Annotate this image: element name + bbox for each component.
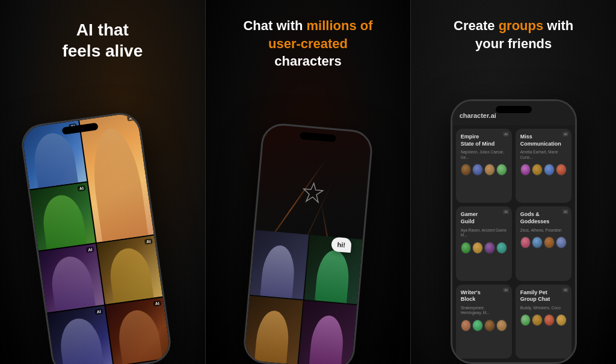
p2-card-1 [250,230,309,300]
phone-1: AI AI AI AI AI [19,110,174,364]
avatar [461,319,472,332]
group-title: Gods &Goddesses [520,211,567,225]
ai-badge: AI [503,288,508,292]
group-subtitle: Buddy, Whiskers, Coco [520,306,567,310]
group-subtitle: Shakespeare, Hemingway, M... [461,306,507,316]
group-miss-communication: AI MissCommunication Amelia Earhart, Mar… [516,129,571,203]
p2-card-3 [244,296,303,364]
group-title: EmpireState of Mind [461,134,507,147]
group-title: Writer'sBlock [461,289,507,303]
group-gamer-guild: AI GamerGuild Aya Raven, Ancient Game M.… [456,206,512,280]
phone-1-screen: AI AI AI AI AI [21,113,171,364]
phone-notch-3 [496,106,532,113]
group-avatars [520,314,567,326]
char-card-3: AI [30,182,96,251]
ai-badge: AI [562,288,568,292]
group-title: Family PetGroup Chat [520,289,567,303]
avatar [520,314,531,326]
avatar [556,314,567,326]
avatar [484,164,495,176]
group-avatars [520,164,567,176]
avatar [544,314,555,326]
ai-badge: AI [94,308,103,315]
avatar [461,242,472,254]
char-card-7: AI [106,297,171,364]
char-card-4: AI [38,244,104,312]
group-gods-goddesses: AI Gods &Goddesses Zeus, Athena, Poseido… [516,206,571,280]
avatar [556,164,567,176]
avatar [484,319,495,332]
group-avatars [461,164,507,176]
groups-grid: AI EmpireState of Mind Napoleon, Julius … [452,125,575,362]
ai-badge: AI [162,362,170,364]
svg-marker-0 [303,182,324,203]
ai-badge: AI [503,209,508,214]
group-title: MissCommunication [520,134,567,147]
panel-2: Chat with millions of user-created chara… [205,0,411,364]
panel-3-headline: Create groups with your friends [411,17,616,52]
avatar [472,242,483,254]
ai-badge: AI [78,185,86,191]
group-avatars [461,319,507,332]
ai-badge: AI [144,238,153,245]
phone-2: hi! [242,122,374,364]
group-avatars [461,242,507,254]
avatar [472,319,483,332]
panel-3: Create groups with your friends characte… [411,0,616,364]
avatar [520,164,531,176]
ai-badge: AI [503,132,508,137]
panel-1: AI that feels alive AI AI AI [0,0,205,364]
group-family-pet: AI Family PetGroup Chat Buddy, Whiskers,… [516,285,571,359]
panel-2-headline: Chat with millions of user-created chara… [206,17,411,70]
p3-header: character.ai [452,101,575,125]
star-icon [300,179,326,208]
group-subtitle: Zeus, Athena, Poseidon [520,228,567,233]
group-subtitle: Napoleon, Julius Caesar, Ge... [461,150,507,160]
group-empire: AI EmpireState of Mind Napoleon, Julius … [456,129,512,203]
p2-card-4 [298,300,357,364]
group-avatars [520,236,567,248]
char-card-5: AI [97,236,162,304]
panel-1-headline: AI that feels alive [0,19,205,61]
ai-badge: AI [153,300,162,307]
avatar [556,236,567,248]
avatar [544,164,555,176]
ai-badge: AI [127,115,135,122]
avatar [532,164,543,176]
avatar [496,164,507,176]
avatar [532,236,543,248]
char-card-6: AI [48,306,113,364]
group-writers-block: AI Writer'sBlock Shakespeare, Hemingway,… [456,285,512,359]
ai-badge: AI [562,209,568,214]
phone-3-screen: character.ai AI EmpireState of Mind Napo… [452,101,575,362]
group-title: GamerGuild [461,211,507,225]
avatar [532,314,543,326]
avatar [472,164,483,176]
avatar [496,242,507,254]
group-subtitle: Amelia Earhart, Marie Curie... [520,150,567,160]
ai-badge: AI [562,132,568,137]
phone-3: character.ai AI EmpireState of Mind Napo… [451,99,577,364]
phone-2-screen: hi! [244,124,372,364]
avatar [544,236,555,248]
avatar [520,236,531,248]
avatar [484,242,495,254]
group-subtitle: Aya Raven, Ancient Game M... [461,228,507,238]
avatar [496,319,507,332]
avatar [461,164,472,176]
ai-badge: AI [86,247,94,253]
